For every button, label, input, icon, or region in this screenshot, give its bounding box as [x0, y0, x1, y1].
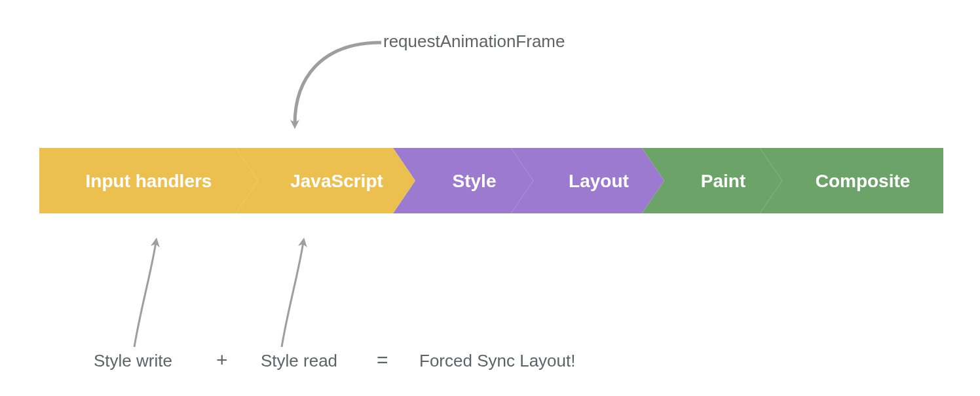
raf-label: requestAnimationFrame: [383, 31, 565, 51]
style-write-arrow: [134, 242, 156, 347]
raf-arrow: [295, 43, 381, 124]
stage-javascript-label: JavaScript: [290, 171, 383, 191]
style-read-arrow: [282, 242, 303, 347]
equation-right: Style read: [261, 351, 337, 370]
equation-left: Style write: [94, 351, 172, 370]
stage-style-label: Style: [453, 171, 497, 191]
equation-plus: +: [216, 349, 228, 370]
stage-paint-label: Paint: [701, 171, 745, 191]
stage-input-label: Input handlers: [86, 171, 212, 191]
pipeline-stages: Input handlersJavaScriptStyleLayoutPaint…: [39, 148, 943, 213]
equation-result: Forced Sync Layout!: [419, 351, 575, 370]
pipeline-diagram: requestAnimationFrame Input handlersJava…: [0, 0, 980, 396]
equation-equals: =: [377, 349, 388, 370]
stage-layout-label: Layout: [569, 171, 629, 191]
stage-composite-label: Composite: [816, 171, 911, 191]
